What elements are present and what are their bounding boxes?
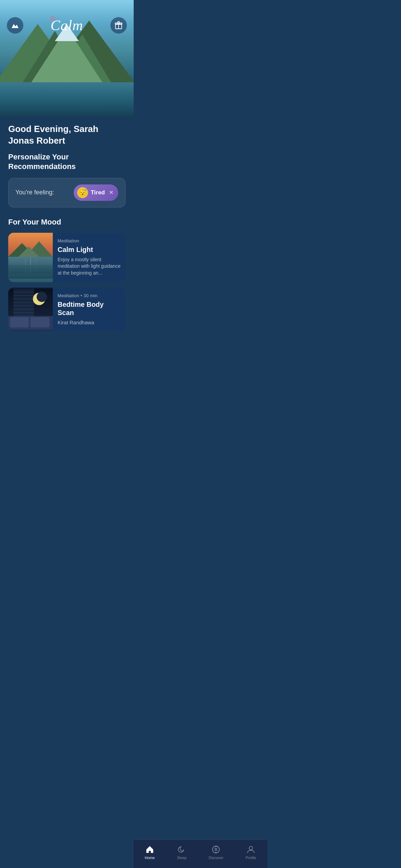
mood-close-button[interactable]: ✕ <box>109 189 113 196</box>
card-category-bedtime: Meditation • 30 min <box>58 293 121 298</box>
card-desc-calm-light: Enjoy a mostly silent meditation with li… <box>58 256 121 277</box>
mood-emoji: 😴 <box>77 187 88 198</box>
header: Calm <box>0 0 134 37</box>
hero-image: Calm <box>0 0 134 117</box>
card-image-bedtime <box>8 288 53 331</box>
feeling-box[interactable]: You're feeling: 😴 Tired ✕ <box>8 178 125 207</box>
lake-reflection <box>0 82 134 117</box>
personalize-title: Personalize Your Recommendations <box>8 152 125 172</box>
card-content-calm-light: Meditation Calm Light Enjoy a mostly sil… <box>53 233 125 282</box>
card-bedtime-body-scan[interactable]: Meditation • 30 min Bedtime Body Scan Ki… <box>8 288 125 331</box>
mountain-icon <box>11 21 19 29</box>
mood-tag[interactable]: 😴 Tired ✕ <box>74 184 118 201</box>
gift-icon <box>114 21 123 29</box>
svg-rect-30 <box>31 317 49 327</box>
svg-point-27 <box>37 292 47 302</box>
card-content-bedtime: Meditation • 30 min Bedtime Body Scan Ki… <box>53 288 125 331</box>
feeling-label: You're feeling: <box>15 189 54 196</box>
lake <box>0 82 134 117</box>
card-author-bedtime: Kirat Randhawa <box>58 320 121 325</box>
greeting-text: Good Evening, Sarah Jonas Robert <box>8 123 125 147</box>
gift-button[interactable] <box>110 17 127 34</box>
main-content: Good Evening, Sarah Jonas Robert Persona… <box>0 123 134 367</box>
app-title: Calm <box>50 17 83 34</box>
for-mood-title: For Your Mood <box>8 218 125 227</box>
svg-marker-0 <box>12 24 19 28</box>
landscape-button[interactable] <box>7 17 23 34</box>
card-category-calm-light: Meditation <box>58 238 121 243</box>
card-title-calm-light: Calm Light <box>58 245 121 254</box>
card-calm-light[interactable]: Meditation Calm Light Enjoy a mostly sil… <box>8 233 125 282</box>
svg-rect-29 <box>10 317 29 327</box>
card-title-bedtime: Bedtime Body Scan <box>58 300 121 317</box>
calm-light-image <box>8 233 53 274</box>
mood-text: Tired <box>91 189 105 196</box>
bedtime-image <box>8 289 53 330</box>
card-image-calm-light <box>8 233 53 282</box>
